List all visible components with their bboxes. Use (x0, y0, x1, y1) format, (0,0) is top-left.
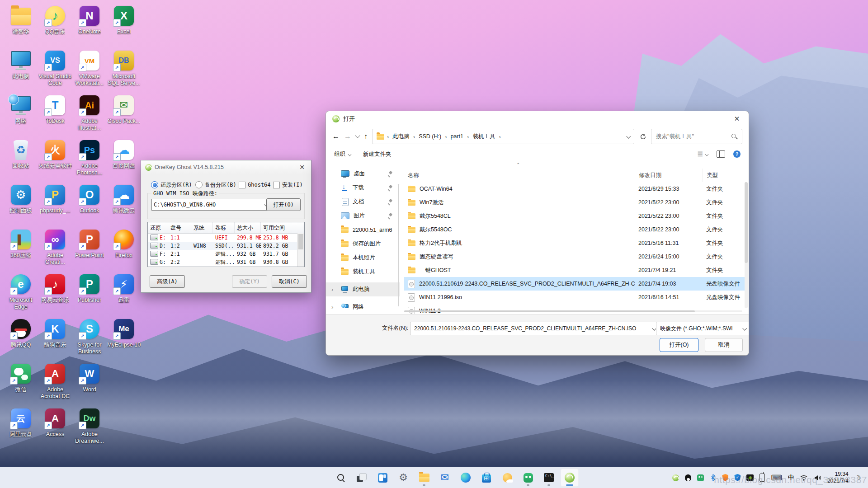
forward-icon[interactable]: → (344, 133, 351, 140)
desktop-icon-Adobe Acrobat DC[interactable]: AAdobe Acrobat DC (38, 361, 72, 405)
tray-qq-icon[interactable] (685, 474, 691, 481)
desktop-icon-微信[interactable]: 微信 (4, 361, 38, 405)
touch-keyboard-icon[interactable]: ⌨ (771, 473, 782, 483)
search-input[interactable]: 搜索"装机工具" (651, 129, 742, 144)
taskbar-task-view-button[interactable] (353, 469, 371, 487)
disk-row-D:[interactable]: D:1:2WIN8SSD(...931.1 GB892.2 GB (148, 242, 304, 250)
taskbar-clock[interactable]: 19:34 2021/7/4 (827, 471, 849, 484)
taskbar-widgets-button[interactable] (373, 469, 392, 487)
desktop-icon-Microsoft Edge[interactable]: eMicrosoft Edge (4, 271, 38, 316)
preview-pane-icon[interactable] (717, 150, 725, 158)
taskbar-start-button[interactable] (311, 469, 329, 487)
file-row-戴尔5548CL[interactable]: 戴尔5548CL2021/5/22 23:00文件夹 (404, 209, 747, 223)
desktop-icon-Cisco Pack...[interactable]: ✉Cisco Pack... (107, 92, 141, 137)
desktop-icon-Skype for Business[interactable]: SSkype for Business (72, 316, 107, 361)
refresh-icon[interactable] (640, 133, 646, 140)
taskbar-onekey-ghost-button[interactable] (561, 469, 579, 487)
desktop-icon-网易云音乐[interactable]: ♪网易云音乐 (38, 271, 72, 316)
desktop-icon-VMware Workstati...[interactable]: VMVMware Workstati... (72, 47, 107, 92)
desktop-icon-Access[interactable]: AAccess (38, 405, 72, 450)
desktop-icon-ToDesk[interactable]: TToDesk (38, 92, 72, 137)
tray-onekey-ghost-icon[interactable] (672, 474, 679, 481)
expand-chevron-icon[interactable]: › (331, 304, 333, 310)
up-icon[interactable]: ↑ (364, 133, 368, 140)
desktop-icon-谭智华[interactable]: 谭智华 (4, 3, 38, 47)
disk-row-E:[interactable]: E:1:1UEFI299.8 MB253.8 MB (148, 234, 304, 242)
sidebar-item-保存的图片[interactable]: 保存的图片 (326, 237, 400, 251)
file-row-22000.51.210619-2243.CO_RELEASE_SVC_PROD2_CLIENTMULTI_A64FRE_ZH-CN.ISO[interactable]: 22000.51.210619-2243.CO_RELEASE_SVC_PROD… (404, 277, 747, 291)
file-row-固态硬盘读写[interactable]: 固态硬盘读写2021/6/24 15:00文件夹 (404, 250, 747, 263)
desktop-icon-腾讯微云[interactable]: ☁腾讯微云 (107, 182, 141, 226)
disk-table-scrollbar[interactable] (297, 233, 304, 267)
scrollbar-thumb[interactable] (404, 310, 695, 312)
help-icon[interactable]: ? (733, 150, 741, 158)
filename-combobox[interactable]: 22000.51.210619-2243.CO_RELEASE_SVC_PROD… (410, 322, 660, 335)
disk-table-header[interactable]: 还原 盘号 系统 卷标 总大小 可用空间 (148, 222, 304, 234)
desktop-icon-MyEclipse 10[interactable]: MeMyEclipse 10 (107, 316, 141, 361)
sidebar-item-文档[interactable]: 文档 (326, 195, 400, 209)
column-header-date[interactable]: 修改日期 (635, 169, 703, 182)
desktop-icon-Firefox[interactable]: Firefox (107, 226, 141, 271)
desktop-icon-火绒安全软件[interactable]: 火火绒安全软件 (38, 137, 72, 182)
desktop-icon-网络[interactable]: 网络 (4, 92, 38, 137)
breadcrumb-segment-装机工具[interactable]: 装机工具 (472, 133, 496, 141)
file-row-WIN11 21996.iso[interactable]: WIN11 21996.iso2021/6/16 14:51光盘映像文件 (404, 291, 747, 304)
taskbar-weather-button[interactable] (498, 469, 516, 487)
desktop-icon-Excel[interactable]: XExcel (107, 3, 141, 47)
desktop-icon-酷狗音乐[interactable]: K酷狗音乐 (38, 316, 72, 361)
disk-row-F:[interactable]: F:2:1逻辑...932 GB931.7 GB (148, 250, 304, 258)
desktop-icon-Publisher[interactable]: PPublisher (72, 271, 107, 316)
organize-menu[interactable]: 组织 (334, 150, 351, 158)
desktop-icon-360压缩[interactable]: ▌360压缩 (4, 226, 38, 271)
desktop-icon-OneNote[interactable]: NOneNote (72, 3, 107, 47)
filetype-combobox[interactable]: 映像文件 (*.GHO;*.WIM;*.SWI (656, 322, 749, 335)
column-header-name[interactable]: 名称 (404, 169, 635, 182)
chevron-down-icon[interactable] (742, 326, 747, 330)
sidebar-item-桌面[interactable]: 桌面 (326, 167, 400, 181)
open-dialog-title-bar[interactable]: 打开 ✕ (326, 111, 749, 127)
sidebar-item-此电脑[interactable]: ›此电脑 (326, 282, 400, 296)
sidebar-scrollbar[interactable] (398, 184, 399, 306)
view-mode-button[interactable]: ☰ (697, 150, 708, 158)
address-dropdown-icon[interactable] (626, 134, 631, 138)
cancel-button[interactable]: 取消(C) (272, 275, 307, 288)
tray-huorong-shield-icon[interactable] (722, 474, 728, 481)
image-path-combobox[interactable]: C:\GHOST\D_WIN8.GHO (151, 199, 270, 211)
browse-open-button[interactable]: 打开(O) (266, 198, 301, 211)
horizontal-scrollbar[interactable] (404, 310, 742, 312)
desktop-icon-phpstudy_...[interactable]: Pphpstudy_... (38, 182, 72, 226)
focus-assist-moon-icon[interactable]: ☽ (854, 473, 862, 483)
desktop-icon-PowerPoint[interactable]: PPowerPoint (72, 226, 107, 271)
taskbar-edge-button[interactable] (457, 469, 475, 487)
desktop-icon-Outlook[interactable]: OOutlook (72, 182, 107, 226)
desktop-icon-Visual Studio Code[interactable]: VSVisual Studio Code (38, 47, 72, 92)
file-row-戴尔5548OC[interactable]: 戴尔5548OC2021/5/22 23:00文件夹 (404, 223, 747, 236)
recent-locations-chevron-icon[interactable] (355, 133, 360, 138)
desktop-icon-Adobe Dreamwe...[interactable]: DwAdobe Dreamwe... (72, 405, 107, 450)
file-row-Win7激活[interactable]: Win7激活2021/5/22 23:00文件夹 (404, 196, 747, 209)
breadcrumb-segment-此电脑[interactable]: 此电脑 (392, 133, 410, 141)
file-row-格力2代手机刷机[interactable]: 格力2代手机刷机2021/5/16 11:31文件夹 (404, 236, 747, 250)
desktop-icon-Adobe Creati...[interactable]: ∞Adobe Creati... (38, 226, 72, 271)
sidebar-item-网络[interactable]: ›网络 (326, 300, 400, 314)
taskbar-settings-button[interactable] (394, 469, 412, 487)
onekey-title-bar[interactable]: OneKey Ghost V14.5.8.215 ✕ (141, 160, 311, 174)
tray-nvidia-icon[interactable] (746, 474, 754, 481)
restore-partition-radio[interactable]: 还原分区(R) (151, 181, 192, 188)
breadcrumb[interactable]: › 此电脑›SSD (H:)›part1›装机工具› (372, 129, 634, 144)
file-row-一键GHOST[interactable]: 一键GHOST2021/7/4 19:21文件夹 (404, 263, 747, 277)
desktop-icon-Adobe Photosh...[interactable]: PsAdobe Photosh... (72, 137, 107, 182)
scrollbar-thumb[interactable] (298, 234, 303, 249)
taskbar-wechat-button[interactable] (519, 469, 537, 487)
install-checkbox[interactable]: 安装(I) (273, 181, 303, 188)
sidebar-item-装机工具[interactable]: 装机工具 (326, 265, 400, 279)
file-list-scrollbar[interactable] (745, 182, 748, 308)
backup-partition-radio[interactable]: 备份分区(B) (195, 181, 236, 188)
new-folder-button[interactable]: 新建文件夹 (363, 150, 392, 158)
disk-row-G:[interactable]: G:2:2逻辑...931 GB930.8 GB (148, 258, 304, 266)
open-button[interactable]: 打开(O) (660, 338, 698, 352)
sidebar-item-22000.51_arm6[interactable]: 22000.51_arm6 (326, 223, 400, 237)
advanced-button[interactable]: 高级(A) (150, 275, 185, 288)
desktop-icon-Adobe Illustrat...[interactable]: AiAdobe Illustrat... (72, 92, 107, 137)
taskbar-store-button[interactable] (477, 469, 495, 487)
